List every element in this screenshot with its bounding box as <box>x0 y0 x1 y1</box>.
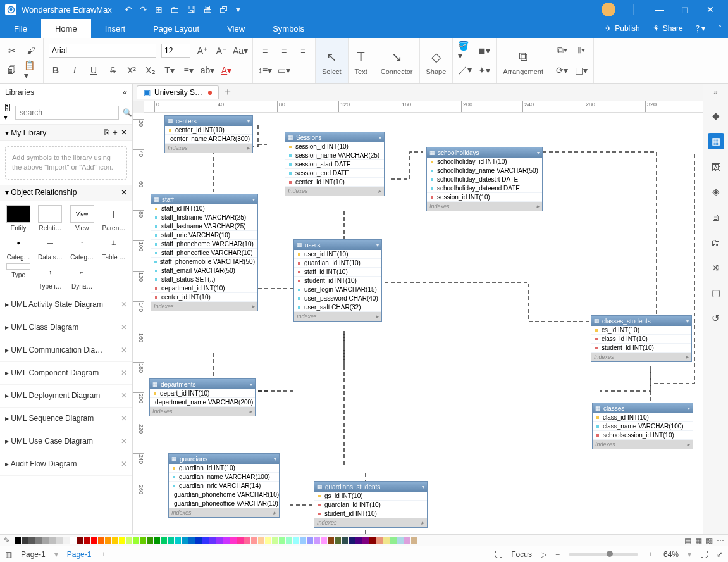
distribute-icon[interactable]: ◫▾ <box>574 63 588 77</box>
subscript-icon[interactable]: X₂ <box>144 63 157 77</box>
shape-category[interactable]: ●Categ… <box>4 234 33 261</box>
font-name-combo[interactable] <box>49 44 156 58</box>
page-panel-icon[interactable]: 🗎 <box>708 209 724 225</box>
user-avatar[interactable] <box>602 3 615 16</box>
color-swatch[interactable] <box>140 537 146 544</box>
color-swatch[interactable] <box>168 537 174 544</box>
history-icon[interactable]: ↺ <box>708 310 724 327</box>
swatch-more-icon[interactable]: ⋯ <box>717 536 724 545</box>
color-swatch[interactable] <box>335 537 341 544</box>
collapse-right-icon[interactable]: » <box>713 87 718 96</box>
menu-page-layout[interactable]: Page Layout <box>139 19 213 38</box>
highlight-icon[interactable]: ab▾ <box>201 63 214 77</box>
color-swatch[interactable] <box>362 537 369 544</box>
color-swatch[interactable] <box>265 537 271 544</box>
close-mylib-icon[interactable]: ✕ <box>121 128 127 137</box>
superscript-icon[interactable]: X² <box>125 63 139 77</box>
bullets-icon[interactable]: ≡▾ <box>182 63 195 77</box>
cut-icon[interactable]: ✂ <box>5 44 19 58</box>
shape-type-inh[interactable]: ↑Type i… <box>35 263 65 290</box>
outline-icon[interactable]: ▥ <box>5 550 12 559</box>
color-swatch[interactable] <box>119 537 125 544</box>
color-swatch[interactable] <box>376 537 383 544</box>
library-item[interactable]: ▸ Audit Flow Diagram✕ <box>0 453 132 476</box>
color-swatch[interactable] <box>328 537 334 544</box>
select-tool[interactable]: ↖Select <box>316 38 349 83</box>
color-swatch[interactable] <box>349 537 355 544</box>
change-case-icon[interactable]: Aa▾ <box>233 44 247 58</box>
search-icon[interactable]: 🔍 <box>123 108 132 117</box>
new-icon[interactable]: ⊞ <box>155 4 163 15</box>
collapse-libraries-icon[interactable]: « <box>123 88 127 97</box>
save-icon[interactable]: 🖫 <box>187 4 195 15</box>
align-right-icon[interactable]: ≡ <box>296 44 310 58</box>
color-swatch[interactable] <box>258 537 264 544</box>
shape-table[interactable]: ⊥Table … <box>99 234 128 261</box>
layout-panel-icon[interactable]: ▦ <box>708 133 724 149</box>
close-objrel-icon[interactable]: ✕ <box>121 188 127 197</box>
shape-dynamic[interactable]: ⌐Dyna… <box>68 263 97 290</box>
publish-button[interactable]: ✈Publish <box>599 19 646 38</box>
fit-page-icon[interactable]: ⛶ <box>700 550 708 559</box>
print-icon[interactable]: 🖶 <box>203 4 212 15</box>
color-swatch[interactable] <box>77 537 83 544</box>
library-picker-icon[interactable]: 🗄▾ <box>4 104 11 122</box>
shuffle-icon[interactable]: ⤨ <box>708 259 724 276</box>
entity-Sessions[interactable]: Sessionssession_id INT(10)session_name V… <box>285 132 385 196</box>
zoom-slider[interactable] <box>569 553 638 556</box>
zoom-out-button[interactable]: − <box>555 550 560 559</box>
entity-departments[interactable]: departmentsdepart_id INT(10)department_n… <box>149 378 256 416</box>
align-center-icon[interactable]: ≡ <box>277 44 291 58</box>
color-swatch[interactable] <box>154 537 160 544</box>
library-item[interactable]: ▸ UML Use Case Diagram✕ <box>0 430 132 453</box>
canvas[interactable]: centerscenter_id INT(10)center_name ARCH… <box>144 113 703 534</box>
shape-category2[interactable]: ↑Categ… <box>68 234 97 261</box>
library-item[interactable]: ▸ UML Deployment Diagram✕ <box>0 385 132 408</box>
entity-classes_students[interactable]: classes_studentscs_id INT(10)class_id IN… <box>591 315 692 362</box>
color-swatch[interactable] <box>293 537 299 544</box>
new-document-tab[interactable]: ＋ <box>221 85 234 99</box>
color-swatch[interactable] <box>175 537 181 544</box>
color-swatch[interactable] <box>84 537 90 544</box>
library-item[interactable]: ▸ UML Sequence Diagram✕ <box>0 408 132 430</box>
color-swatch[interactable] <box>98 537 104 544</box>
shape-tool[interactable]: ◇Shape <box>420 38 453 83</box>
zoom-in-button[interactable]: ＋ <box>647 549 655 559</box>
library-item[interactable]: ▸ UML Activity State Diagram✕ <box>0 294 132 316</box>
color-swatch[interactable] <box>182 537 188 544</box>
collapse-ribbon-button[interactable]: ˄ <box>712 19 728 38</box>
menu-home[interactable]: Home <box>41 19 91 38</box>
fill-icon[interactable]: 🪣▾ <box>458 44 472 58</box>
color-swatch[interactable] <box>126 537 132 544</box>
color-swatch[interactable] <box>22 537 28 544</box>
color-swatch[interactable] <box>244 537 250 544</box>
entity-schoolholidays[interactable]: schoolholidaysschoolholiday_id INT(10)sc… <box>426 147 543 211</box>
library-search-input[interactable] <box>15 106 119 120</box>
import-icon[interactable]: ⎘ <box>104 128 109 137</box>
swatch-mode2-icon[interactable]: ▦ <box>695 536 702 545</box>
entity-guardians[interactable]: guardiansguardian_id INT(10)guardian_nam… <box>168 453 280 518</box>
color-swatch[interactable] <box>397 537 404 544</box>
color-swatch[interactable] <box>411 537 417 544</box>
theme-icon[interactable]: ◆ <box>708 108 724 124</box>
align-left-icon[interactable]: ≡ <box>258 44 272 58</box>
color-swatch[interactable] <box>314 537 320 544</box>
qat-more-icon[interactable]: ▾ <box>236 4 240 15</box>
font-size-combo[interactable] <box>161 44 190 58</box>
undo-icon[interactable]: ↶ <box>125 4 132 15</box>
color-swatch[interactable] <box>112 537 118 544</box>
color-swatch[interactable] <box>390 537 397 544</box>
color-swatch[interactable] <box>321 537 327 544</box>
indent-icon[interactable]: ▭▾ <box>277 63 291 77</box>
effects-icon[interactable]: ✦▾ <box>477 63 491 77</box>
minimize-button[interactable]: — <box>647 4 672 15</box>
shape-entity[interactable]: Entity <box>4 205 33 232</box>
color-swatch[interactable] <box>307 537 313 544</box>
swatch-mode3-icon[interactable]: ▩ <box>706 536 713 545</box>
swatch-mode1-icon[interactable]: ▤ <box>684 536 691 545</box>
menu-insert[interactable]: Insert <box>91 19 140 38</box>
font-color-icon[interactable]: A▾ <box>219 63 233 77</box>
entity-centers[interactable]: centerscenter_id INT(10)center_name ARCH… <box>164 115 253 153</box>
play-icon[interactable]: ▷ <box>541 550 546 559</box>
decrease-font-icon[interactable]: A⁻ <box>214 44 228 58</box>
